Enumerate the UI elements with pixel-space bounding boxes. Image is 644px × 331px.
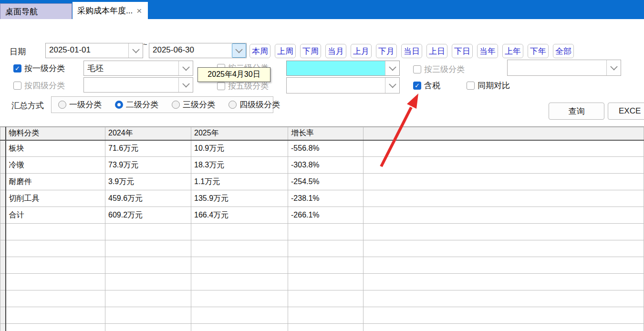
table-cell[interactable] [6,274,105,290]
chevron-down-icon[interactable] [606,60,621,75]
table-cell[interactable] [6,224,105,240]
checkbox-period-compare[interactable]: ✓ 同期对比 [467,80,510,91]
row-selector[interactable] [0,224,6,240]
level1-combobox[interactable]: 毛坯 [83,61,193,76]
table-cell[interactable]: -556.8% [288,140,364,157]
row-selector[interactable] [0,290,6,307]
chevron-down-icon[interactable] [385,61,399,75]
summary-radio[interactable]: 四级级分类 [229,99,280,110]
checkbox-level1[interactable]: ✓ 按一级分类 [13,63,65,74]
table-cell[interactable]: 板块 [6,140,105,157]
table-cell[interactable]: 3.9万元 [105,174,191,190]
table-cell[interactable]: 459.6万元 [105,190,191,207]
table-cell[interactable] [364,157,644,174]
table-cell[interactable]: 71.6万元 [105,140,191,157]
table-cell[interactable] [364,324,644,331]
tab-desktop-nav[interactable]: 桌面导航 [0,3,72,19]
table-row[interactable] [0,290,644,307]
row-selector[interactable] [0,140,6,157]
table-cell[interactable] [288,307,364,324]
level2-combobox[interactable] [286,61,400,76]
summary-radio[interactable]: 三级分类 [172,99,215,110]
row-selector[interactable] [0,207,6,224]
table-cell[interactable] [105,257,191,274]
table-cell[interactable] [105,307,191,324]
table-row[interactable]: 板块71.6万元10.9万元-556.8% [0,140,644,157]
table-row[interactable] [0,307,644,324]
quick-range-button[interactable]: 当年 [477,44,498,58]
table-cell[interactable]: 冷镦 [6,157,105,174]
column-header[interactable]: 2024年 [105,127,191,140]
table-cell[interactable]: -254.5% [288,174,364,190]
checkbox-tax-included[interactable]: ✓ 含税 [413,80,440,91]
table-row[interactable]: 合计609.2万元166.4万元-266.1% [0,207,644,224]
table-cell[interactable] [6,240,105,257]
quick-range-button[interactable]: 上日 [426,44,447,58]
table-cell[interactable]: 1.1万元 [191,174,288,190]
column-header[interactable]: 增长率 [288,127,364,140]
table-cell[interactable] [364,307,644,324]
table-cell[interactable] [288,290,364,307]
table-cell[interactable] [364,240,644,257]
table-cell[interactable] [288,240,364,257]
table-cell[interactable]: 609.2万元 [105,207,191,224]
table-cell[interactable] [191,307,288,324]
checkbox-level4[interactable]: ✓ 按四级分类 [13,80,65,91]
table-cell[interactable] [364,274,644,290]
quick-range-button[interactable]: 当日 [401,44,422,58]
table-cell[interactable] [105,274,191,290]
table-row[interactable] [0,257,644,274]
quick-range-button[interactable]: 下年 [528,44,549,58]
quick-range-button[interactable]: 上月 [351,44,372,58]
quick-range-button[interactable]: 下日 [452,44,473,58]
tab-procurement-cost[interactable]: 采购成本年度... × [73,2,148,19]
table-cell[interactable]: -303.8% [288,157,364,174]
row-selector[interactable] [0,240,6,257]
table-cell[interactable] [191,290,288,307]
quick-range-button[interactable]: 全部 [553,44,574,58]
excel-export-button[interactable]: EXCE [608,103,644,120]
row-selector[interactable] [0,307,6,324]
table-cell[interactable] [105,240,191,257]
level3-combobox[interactable] [507,60,621,76]
level5-combobox[interactable] [286,77,400,93]
table-cell[interactable] [364,190,644,207]
report-grid[interactable]: 物料分类 2024年 2025年 增长率 板块71.6万元10.9万元-556.… [0,127,644,331]
table-cell[interactable] [288,224,364,240]
checkbox-level3[interactable]: ✓ 按三级分类 [413,64,465,75]
table-cell[interactable]: 18.3万元 [191,157,288,174]
table-cell[interactable] [6,257,105,274]
quick-range-button[interactable]: 上年 [502,44,523,58]
table-cell[interactable]: 10.9万元 [191,140,288,157]
row-selector[interactable] [0,174,6,190]
table-cell[interactable] [191,257,288,274]
chevron-down-icon[interactable] [128,43,143,58]
table-row[interactable]: 切削工具459.6万元135.9万元-238.1% [0,190,644,207]
table-cell[interactable]: 135.9万元 [191,190,288,207]
table-cell[interactable] [6,324,105,331]
summary-radio[interactable]: 一级分类 [58,99,102,110]
table-cell[interactable] [105,224,191,240]
row-selector[interactable] [0,157,6,174]
checkbox-level5[interactable]: ✓ 按五级分类 [217,81,269,92]
table-cell[interactable]: 166.4万元 [191,207,288,224]
chevron-down-icon[interactable] [178,61,193,75]
chevron-down-icon[interactable] [232,43,246,58]
table-row[interactable] [0,324,644,331]
table-cell[interactable] [364,207,644,224]
close-icon[interactable]: × [136,6,142,15]
table-cell[interactable] [191,274,288,290]
table-cell[interactable]: 切削工具 [6,190,105,207]
table-cell[interactable] [6,307,105,324]
row-selector[interactable] [0,274,6,290]
quick-range-button[interactable]: 下月 [376,44,397,58]
chevron-down-icon[interactable] [385,78,399,93]
table-cell[interactable] [364,290,644,307]
quick-range-button[interactable]: 上周 [275,44,296,58]
table-cell[interactable] [288,274,364,290]
table-cell[interactable] [364,257,644,274]
table-cell[interactable]: 合计 [6,207,105,224]
query-button[interactable]: 查询 [549,103,604,120]
table-cell[interactable]: 73.9万元 [105,157,191,174]
date-from-combobox[interactable]: 2025-01-01 [45,43,143,58]
